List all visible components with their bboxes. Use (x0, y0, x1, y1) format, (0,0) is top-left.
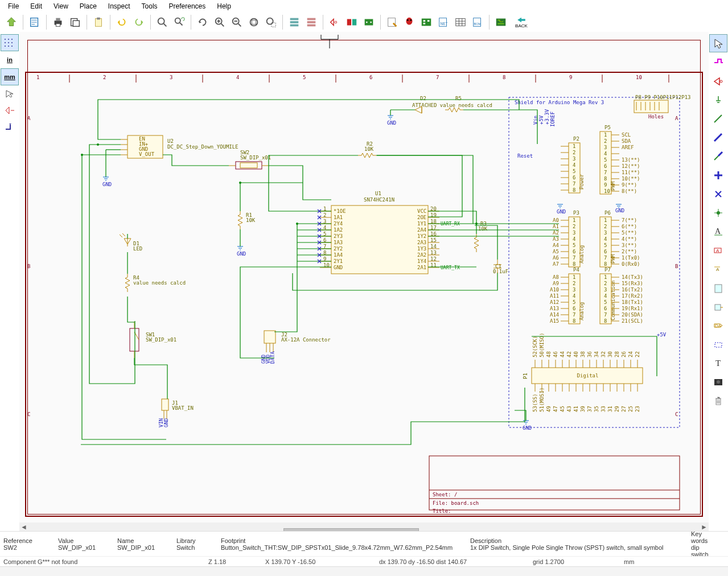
svg-text:A3: A3 (553, 236, 559, 242)
svg-text:7: 7 (604, 312, 607, 318)
place-bus-tool[interactable] (710, 129, 727, 146)
place-line-tool[interactable] (710, 336, 727, 353)
footprint-browse-icon[interactable] (361, 14, 377, 30)
force-hv[interactable] (1, 119, 18, 135)
menu-place[interactable]: Place (74, 1, 102, 12)
junction-tool[interactable] (710, 204, 727, 221)
wire-to-bus-tool[interactable] (710, 148, 727, 165)
delete-tool[interactable] (710, 392, 727, 409)
symbol-fields-icon[interactable] (453, 14, 468, 30)
leave-sheet-icon[interactable] (303, 14, 319, 30)
units-in[interactable]: in (1, 52, 18, 68)
svg-text:Shield for Arduino Mega Rev 3: Shield for Arduino Mega Rev 3 (515, 100, 604, 105)
netlist-icon[interactable]: NET (435, 14, 451, 30)
svg-point-29 (406, 18, 413, 25)
zoom-fit-icon[interactable] (246, 14, 262, 30)
svg-text:13: 13 (430, 250, 437, 256)
place-wire-tool[interactable] (710, 110, 727, 127)
svg-text:DA: DA (715, 323, 722, 328)
paste-icon[interactable] (91, 14, 106, 30)
global-label-tool[interactable]: A (710, 242, 727, 259)
svg-point-27 (370, 22, 372, 23)
import-hier-tool[interactable] (710, 298, 727, 315)
menu-preferences[interactable]: Preferences (163, 1, 212, 12)
svg-text:43: 43 (566, 406, 572, 412)
svg-rect-23 (347, 19, 351, 26)
grid-toggle[interactable] (1, 34, 19, 51)
zoom-out-icon[interactable] (229, 14, 245, 30)
svg-point-26 (366, 22, 368, 23)
place-image-tool[interactable] (710, 373, 727, 390)
svg-rect-7 (97, 18, 100, 20)
find-icon[interactable] (154, 14, 170, 30)
find-replace-icon[interactable] (171, 14, 187, 30)
menu-inspect[interactable]: Inspect (102, 1, 136, 12)
menu-file[interactable]: File (2, 1, 24, 12)
print-icon[interactable] (50, 14, 66, 30)
svg-rect-35 (427, 20, 430, 22)
svg-text:SCL: SCL (622, 132, 631, 138)
svg-text:LED: LED (133, 246, 142, 252)
schematic-canvas[interactable]: Sheet: / File: board.sch Title: Shield f… (19, 32, 709, 522)
svg-point-12 (250, 19, 258, 26)
place-symbol-tool[interactable] (710, 73, 727, 90)
svg-text:P3: P3 (573, 210, 579, 216)
cursor-shape[interactable] (1, 86, 18, 102)
plot-icon[interactable] (67, 14, 83, 30)
annotate-icon[interactable] (384, 14, 400, 30)
refresh-icon[interactable] (195, 14, 211, 30)
menu-tools[interactable]: Tools (136, 1, 163, 12)
erc-icon[interactable] (401, 14, 417, 30)
pcb-editor-icon[interactable] (493, 14, 509, 30)
svg-text:1A1: 1A1 (334, 215, 343, 220)
select-tool[interactable] (709, 34, 727, 52)
redo-icon[interactable] (131, 14, 147, 30)
page-settings-icon[interactable] (27, 14, 43, 30)
svg-text:2: 2 (604, 138, 607, 144)
place-power-tool[interactable] (710, 92, 727, 109)
svg-text:3(**): 3(**) (622, 242, 637, 248)
zoom-in-icon[interactable] (212, 14, 228, 30)
svg-text:6: 6 (369, 75, 372, 80)
units-mm[interactable]: mm (1, 68, 19, 85)
symbol-editor-icon[interactable] (327, 14, 343, 30)
svg-text:7: 7 (573, 181, 575, 187)
svg-text:4: 4 (236, 75, 239, 80)
svg-text:PWM: PWM (610, 181, 616, 191)
bom-icon[interactable]: BOM (470, 14, 486, 30)
hier-label-tool[interactable]: A (710, 261, 727, 278)
svg-rect-5 (73, 20, 79, 26)
menu-view[interactable]: View (48, 1, 74, 12)
svg-text:4: 4 (604, 293, 607, 299)
horizontal-scrollbar[interactable]: ◄► (19, 522, 709, 532)
svg-text:10(**): 10(**) (622, 176, 640, 182)
browse-libs-icon[interactable] (344, 14, 360, 30)
zoom-selection-icon[interactable] (263, 14, 279, 30)
svg-text:2OE: 2OE (417, 215, 426, 220)
svg-text:53(SS): 53(SS) (532, 393, 538, 412)
menu-edit[interactable]: Edit (24, 1, 48, 12)
svg-text:6(**): 6(**) (622, 224, 637, 229)
svg-text:VCC: VCC (417, 208, 426, 214)
svg-rect-25 (365, 19, 373, 26)
svg-text:9: 9 (569, 75, 572, 80)
svg-point-47 (8, 42, 9, 43)
hier-sheet-tool[interactable] (710, 279, 727, 297)
noconnect-tool[interactable] (710, 186, 727, 203)
svg-text:GND: GND (523, 425, 532, 431)
bus-to-bus-tool[interactable] (710, 167, 727, 184)
svg-text:26: 26 (621, 351, 627, 357)
svg-text:GND: GND (163, 418, 169, 427)
back-button[interactable]: BACK (510, 14, 533, 30)
hierarchy-nav-icon[interactable] (286, 14, 302, 30)
menu-help[interactable]: Help (211, 1, 237, 12)
hidden-pins[interactable] (1, 102, 18, 118)
hier-pin-tool[interactable]: DA (710, 317, 727, 334)
place-text-tool[interactable]: T (710, 355, 727, 372)
highlight-net-tool[interactable] (710, 54, 727, 71)
svg-text:48: 48 (546, 351, 552, 357)
undo-icon[interactable] (114, 14, 130, 30)
save-icon[interactable] (3, 14, 19, 30)
net-label-tool[interactable]: A (710, 223, 727, 240)
assign-footprints-icon[interactable] (418, 14, 434, 30)
